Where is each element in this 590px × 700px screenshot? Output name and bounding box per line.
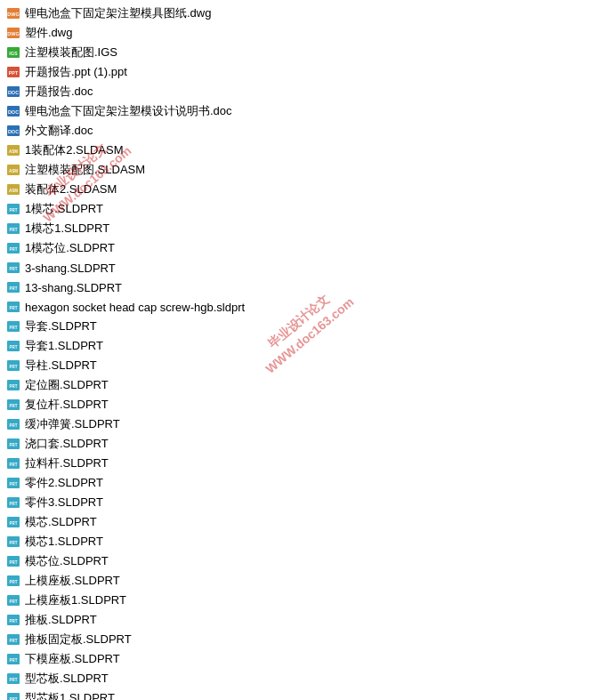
svg-text:PRT: PRT (10, 658, 18, 663)
list-item[interactable]: PRT导套.SLDPRT (0, 317, 590, 336)
file-name: 3-shang.SLDPRT (25, 261, 116, 275)
file-name: 13-shang.SLDPRT (25, 281, 122, 294)
list-item[interactable]: PRT模芯1.SLDPRT (0, 532, 590, 551)
file-name: 导套1.SLDPRT (25, 338, 103, 354)
svg-text:PRT: PRT (10, 404, 18, 408)
list-item[interactable]: ASM注塑模装配图.SLDASM (0, 160, 590, 180)
svg-text:PRT: PRT (10, 619, 18, 624)
file-name: 浇口套.SLDPRT (25, 436, 109, 452)
list-item[interactable]: ASM装配体2.SLDASM (0, 180, 590, 199)
list-item[interactable]: PRT上模座板.SLDPRT (0, 571, 590, 591)
file-name: 复位杆.SLDPRT (25, 397, 109, 413)
list-item[interactable]: PRT模芯位.SLDPRT (0, 551, 590, 571)
file-icon: DWG (5, 5, 21, 21)
list-item[interactable]: PRT零件3.SLDPRT (0, 493, 590, 512)
file-name: 推板.SLDPRT (25, 612, 97, 628)
list-item[interactable]: PRT导柱.SLDPRT (0, 356, 590, 375)
svg-text:PRT: PRT (10, 443, 18, 447)
list-item[interactable]: DWG锂电池盒下固定架注塑模具图纸.dwg (0, 4, 590, 23)
list-item[interactable]: PRT型芯板.SLDPRT (0, 669, 590, 688)
file-icon: PRT (5, 279, 21, 295)
svg-text:DOC: DOC (8, 109, 19, 115)
file-name: 模芯.SLDPRT (25, 514, 97, 530)
svg-text:PRT: PRT (10, 208, 18, 213)
list-item[interactable]: DWG塑件.dwg (0, 23, 590, 43)
list-item[interactable]: PRT下模座板.SLDPRT (0, 649, 590, 669)
list-item[interactable]: PRT13-shang.SLDPRT (0, 278, 590, 297)
file-icon: PRT (5, 260, 21, 276)
list-item[interactable]: PRT1模芯1.SLDPRT (0, 219, 590, 238)
file-icon: IGS (5, 44, 21, 60)
svg-text:PRT: PRT (10, 560, 18, 565)
list-item[interactable]: PRT定位圈.SLDPRT (0, 375, 590, 395)
file-icon: PRT (5, 318, 21, 334)
file-icon: PRT (5, 475, 21, 491)
file-icon: PRT (5, 612, 21, 628)
list-item[interactable]: DOC开题报告.doc (0, 82, 590, 101)
file-name: 外文翻译.doc (25, 123, 93, 139)
file-name: 型芯板.SLDPRT (25, 671, 109, 687)
file-icon: PRT (5, 201, 21, 217)
list-item[interactable]: PRT缓冲弹簧.SLDPRT (0, 414, 590, 434)
list-item[interactable]: PRT零件2.SLDPRT (0, 473, 590, 493)
file-icon: PRT (5, 573, 21, 589)
file-name: 1模芯位.SLDPRT (25, 240, 115, 256)
file-name: 定位圈.SLDPRT (25, 377, 109, 393)
list-item[interactable]: PRT1模芯位.SLDPRT (0, 238, 590, 258)
file-name: 模芯1.SLDPRT (25, 534, 103, 550)
list-item[interactable]: DOC锂电池盒下固定架注塑模设计说明书.doc (0, 101, 590, 121)
file-name: 上模座板.SLDPRT (25, 573, 120, 589)
list-item[interactable]: ASM1装配体2.SLDASM (0, 141, 590, 160)
svg-text:PRT: PRT (10, 580, 18, 584)
list-item[interactable]: PRT上模座板1.SLDPRT (0, 591, 590, 610)
list-item[interactable]: PRT导套1.SLDPRT (0, 336, 590, 356)
svg-text:DWG: DWG (7, 12, 19, 17)
list-item[interactable]: PRT3-shang.SLDPRT (0, 258, 590, 278)
svg-text:PRT: PRT (10, 678, 18, 682)
list-item[interactable]: PRT型芯板1.SLDPRT (0, 688, 590, 700)
file-name: 推板固定板.SLDPRT (25, 632, 132, 648)
list-item[interactable]: PRT模芯.SLDPRT (0, 512, 590, 532)
file-icon: PRT (5, 553, 21, 569)
file-icon: PRT (5, 299, 21, 315)
list-item[interactable]: PRT浇口套.SLDPRT (0, 434, 590, 454)
list-item[interactable]: DOC外文翻译.doc (0, 121, 590, 141)
list-item[interactable]: IGS注塑模装配图.IGS (0, 43, 590, 62)
list-item[interactable]: PRT复位杆.SLDPRT (0, 395, 590, 414)
svg-text:PRT: PRT (10, 482, 18, 487)
file-name: 注塑模装配图.SLDASM (25, 162, 145, 178)
list-item[interactable]: PRT推板固定板.SLDPRT (0, 630, 590, 649)
list-item[interactable]: PRThexagon socket head cap screw-hgb.sld… (0, 297, 590, 317)
svg-text:DOC: DOC (8, 129, 19, 134)
list-item[interactable]: PRT1模芯.SLDPRT (0, 199, 590, 219)
file-icon: PRT (5, 416, 21, 432)
svg-text:PRT: PRT (10, 267, 18, 271)
file-icon: PRT (5, 358, 21, 374)
file-name: 锂电池盒下固定架注塑模具图纸.dwg (25, 5, 211, 21)
file-icon: PRT (5, 592, 21, 608)
file-icon: PRT (5, 455, 21, 471)
file-name: 缓冲弹簧.SLDPRT (25, 416, 120, 432)
file-icon: PRT (5, 671, 21, 687)
file-name: 零件3.SLDPRT (25, 495, 103, 511)
svg-text:PRT: PRT (10, 599, 18, 604)
file-icon: DOC (5, 103, 21, 119)
list-item[interactable]: PRT拉料杆.SLDPRT (0, 454, 590, 473)
file-name: 1模芯1.SLDPRT (25, 221, 109, 237)
list-item[interactable]: PPT开题报告.ppt (1).ppt (0, 62, 590, 82)
svg-text:PRT: PRT (10, 326, 18, 330)
file-icon: ASM (5, 181, 21, 197)
svg-text:PRT: PRT (10, 423, 18, 428)
svg-text:ASM: ASM (9, 169, 18, 173)
file-icon: PPT (5, 64, 21, 80)
file-icon: PRT (5, 377, 21, 393)
svg-text:PPT: PPT (9, 70, 19, 76)
file-icon: PRT (5, 534, 21, 550)
file-name: 注塑模装配图.IGS (25, 44, 117, 60)
file-icon: PRT (5, 514, 21, 530)
svg-text:PRT: PRT (10, 345, 18, 350)
file-name: 装配体2.SLDASM (25, 181, 117, 197)
file-name: 导套.SLDPRT (25, 318, 97, 334)
svg-text:PRT: PRT (10, 247, 18, 252)
list-item[interactable]: PRT推板.SLDPRT (0, 610, 590, 630)
